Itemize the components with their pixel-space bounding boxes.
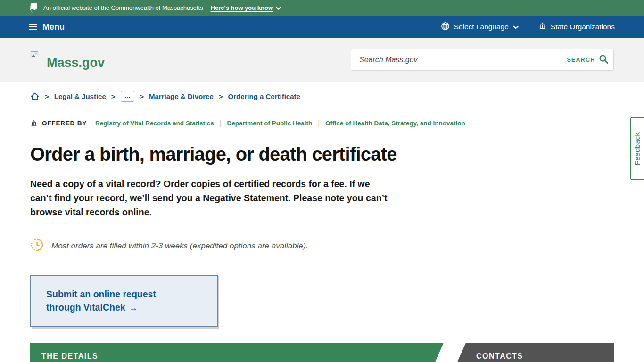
breadcrumb-separator: > xyxy=(45,92,49,100)
vitalchek-request-button[interactable]: Submit an online request through VitalCh… xyxy=(30,275,218,327)
breadcrumb: > Legal & Justice > ... > Marriage & Div… xyxy=(30,91,614,102)
lead-paragraph: Need a copy of a vital record? Order cop… xyxy=(30,177,614,219)
official-banner: An official website of the Commonwealth … xyxy=(0,0,644,16)
breadcrumb-separator: > xyxy=(140,92,144,100)
processing-time-note: Most orders are filled within 2-3 weeks … xyxy=(30,238,614,254)
heres-how-you-know-button[interactable]: Here's how you know xyxy=(211,4,281,11)
offered-link-office-health-data[interactable]: Office of Health Data, Strategy, and Inn… xyxy=(325,120,465,127)
processing-time-text: Most orders are filled within 2-3 weeks … xyxy=(51,241,308,251)
feedback-label: Feedback xyxy=(634,132,642,165)
vitalchek-label: through VitalChek xyxy=(46,302,125,313)
ma-flag-icon xyxy=(29,2,38,13)
select-language-button[interactable]: Select Language xyxy=(441,22,519,33)
breadcrumb-ellipsis-button[interactable]: ... xyxy=(121,91,135,102)
offered-divider: | xyxy=(318,119,320,127)
page-title: Order a birth, marriage, or death certif… xyxy=(30,144,614,165)
search-bar: SEARCH xyxy=(351,49,614,71)
offered-link-dept-public-health[interactable]: Department of Public Health xyxy=(227,120,312,127)
breadcrumb-separator: > xyxy=(111,92,116,100)
breadcrumb-divider xyxy=(30,108,614,108)
breadcrumb-link-marriage-divorce[interactable]: Marriage & Divorce xyxy=(149,92,214,100)
search-input[interactable] xyxy=(351,49,562,70)
menu-button[interactable]: Menu xyxy=(29,22,65,32)
chevron-down-icon xyxy=(276,4,281,11)
capitol-icon xyxy=(30,120,38,127)
tab-contacts[interactable]: CONTACTS xyxy=(454,343,614,362)
section-tabs: THE DETAILS CONTACTS xyxy=(30,343,614,362)
lead-line: Need a copy of a vital record? Order cop… xyxy=(30,177,614,191)
massgov-logo-link[interactable]: Mass.gov xyxy=(30,51,105,69)
site-header: Mass.gov SEARCH xyxy=(0,38,644,82)
navbar-right: Select Language State Organizations xyxy=(441,22,615,33)
breadcrumb-separator: > xyxy=(219,92,223,100)
search-button-label: SEARCH xyxy=(567,57,595,63)
vitalchek-button-line1: Submit an online request xyxy=(46,288,207,301)
globe-icon xyxy=(441,22,450,33)
breadcrumb-link-legal-justice[interactable]: Legal & Justice xyxy=(54,92,106,100)
banner-text: An official website of the Commonwealth … xyxy=(43,4,203,11)
broken-image-icon xyxy=(30,51,40,62)
chevron-down-icon xyxy=(513,23,519,31)
state-organizations-label: State Organizations xyxy=(551,23,615,31)
capitol-icon xyxy=(538,22,546,32)
offered-by-row: OFFERED BY Registry of Vital Records and… xyxy=(30,119,614,127)
lead-line: can’t find your record, we’ll send you a… xyxy=(30,191,614,205)
breadcrumb-link-ordering-certificate[interactable]: Ordering a Certificate xyxy=(228,92,300,100)
select-language-label: Select Language xyxy=(454,23,509,31)
vitalchek-button-line2: through VitalChek→ xyxy=(46,301,207,314)
massgov-logotype: Mass.gov xyxy=(47,57,105,69)
tab-contacts-label: CONTACTS xyxy=(476,352,523,361)
heres-how-you-know-label: Here's how you know xyxy=(211,4,273,11)
clock-icon xyxy=(30,238,44,254)
main-content: > Legal & Justice > ... > Marriage & Div… xyxy=(0,91,644,362)
offered-by-label: OFFERED BY xyxy=(42,120,87,127)
state-organizations-button[interactable]: State Organizations xyxy=(538,22,615,32)
tab-the-details-label: THE DETAILS xyxy=(41,352,98,361)
search-icon xyxy=(599,54,609,66)
lead-line: browse vital records online. xyxy=(30,205,614,219)
feedback-button[interactable]: Feedback xyxy=(630,117,644,180)
offered-link-registry-vital-records[interactable]: Registry of Vital Records and Statistics xyxy=(95,120,214,127)
home-icon[interactable] xyxy=(30,92,40,101)
hamburger-icon xyxy=(29,24,37,30)
offered-divider: | xyxy=(220,119,222,127)
tab-the-details[interactable]: THE DETAILS xyxy=(30,343,444,362)
arrow-right-icon: → xyxy=(129,303,138,313)
mass-gov-page: An official website of the Commonwealth … xyxy=(0,0,644,362)
main-navbar: Menu Select Language xyxy=(0,16,644,38)
search-button[interactable]: SEARCH xyxy=(562,49,613,70)
menu-label: Menu xyxy=(42,22,65,32)
